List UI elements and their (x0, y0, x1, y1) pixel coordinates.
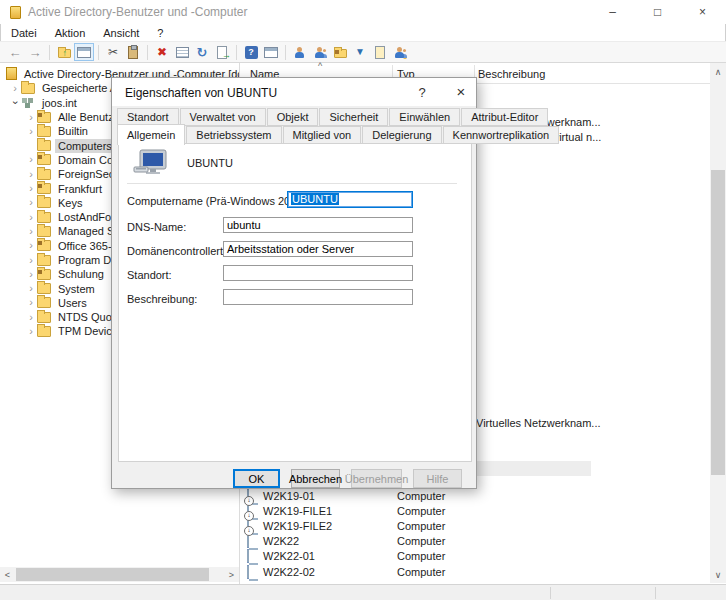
menu-datei[interactable]: Datei (2, 26, 46, 40)
close-button[interactable]: × (680, 0, 725, 24)
chevron-right-icon[interactable]: › (25, 126, 37, 137)
chevron-right-icon[interactable]: › (25, 112, 37, 123)
field-label-standort: Standort: (127, 269, 172, 281)
tab-delegierung[interactable]: Delegierung (362, 126, 441, 144)
chevron-right-icon[interactable]: › (25, 212, 37, 223)
tab-sicherheit[interactable]: Sicherheit (319, 108, 388, 126)
toolbar-separator (147, 45, 148, 60)
scroll-left-arrow[interactable]: < (0, 567, 15, 582)
table-row[interactable]: W2K22-02 Computer (240, 565, 710, 580)
chevron-right-icon[interactable]: › (25, 154, 37, 165)
query-button[interactable] (370, 43, 390, 61)
tab-mitglied-von[interactable]: Mitglied von (283, 126, 362, 144)
filter-button[interactable]: ▼ (350, 43, 370, 61)
create-ou-icon (334, 49, 347, 58)
selected-row-highlight[interactable] (477, 461, 591, 476)
show-console-tree-button[interactable] (74, 43, 94, 61)
table-row[interactable]: W2K19-FILE1 Computer (240, 504, 710, 519)
table-row[interactable]: W2K19-01 Computer (240, 489, 710, 504)
table-row[interactable]: W2K19-FILE2 Computer (240, 519, 710, 534)
tab-allgemein[interactable]: Allgemein (117, 124, 185, 145)
back-button[interactable]: ← (5, 43, 25, 61)
refresh-button[interactable]: ↻ (192, 43, 212, 61)
standort-input[interactable] (223, 265, 413, 281)
chevron-right-icon[interactable]: › (25, 326, 37, 337)
ou-folder-icon (37, 112, 51, 123)
export-list-icon: → (217, 46, 227, 59)
tree-horizontal-scrollbar[interactable]: < > (0, 567, 239, 582)
folder-icon (37, 212, 51, 223)
create-ou-button[interactable] (330, 43, 350, 61)
column-header-beschreibung[interactable]: Beschreibung (478, 68, 545, 80)
tab-attribut-editor[interactable]: Attribut-Editor (461, 108, 548, 126)
dialog-help-button[interactable]: ? (414, 85, 430, 100)
create-user-button[interactable] (290, 43, 310, 61)
beschreibung-input[interactable] (223, 289, 413, 305)
scrollbar-thumb[interactable] (16, 568, 209, 581)
dialog-close-button[interactable]: × (452, 83, 470, 100)
scroll-right-arrow[interactable]: > (224, 567, 239, 582)
computername-input[interactable]: UBUNTU (287, 191, 413, 208)
scrollbar-thumb[interactable] (711, 170, 725, 475)
console-tree-icon (77, 47, 91, 58)
help-button[interactable]: ? (241, 43, 261, 61)
create-user-icon (294, 46, 306, 59)
chevron-right-icon[interactable]: › (25, 283, 37, 294)
dialog-object-name: UBUNTU (187, 157, 233, 169)
tree-item-label: joos.int (39, 96, 80, 110)
chevron-expanded-icon[interactable]: › (10, 97, 21, 109)
export-list-button[interactable]: → (212, 43, 232, 61)
row-type: Computer (397, 566, 445, 578)
tab-einwaehlen[interactable]: Einwählen (389, 108, 460, 126)
tab-kennwortreplikation[interactable]: Kennwortreplikation (443, 126, 560, 144)
table-row[interactable]: W2K22-01 Computer (240, 549, 710, 564)
row-name: W2K22-01 (263, 550, 315, 562)
dc-typ-input[interactable]: Arbeitsstation oder Server (223, 241, 413, 257)
minimize-button[interactable]: – (590, 0, 635, 24)
list-vertical-scrollbar[interactable]: ∧ ∨ (710, 63, 726, 583)
dns-name-input[interactable]: ubuntu (223, 217, 413, 233)
ou-folder-icon (37, 183, 51, 194)
create-group-button[interactable] (310, 43, 330, 61)
scissors-icon: ✂ (108, 46, 118, 58)
row-type: Computer (397, 505, 445, 517)
paste-button[interactable] (123, 43, 143, 61)
delegation-button[interactable] (390, 43, 410, 61)
row-name: W2K19-01 (263, 490, 315, 502)
chevron-right-icon[interactable]: › (25, 197, 37, 208)
cut-button[interactable]: ✂ (103, 43, 123, 61)
help-button-dialog[interactable]: Hilfe (413, 469, 462, 488)
computer-icon (247, 565, 249, 579)
cancel-button[interactable]: Abbrechen (291, 469, 340, 488)
up-one-level-button[interactable]: ↑ (54, 43, 74, 61)
computer-disabled-icon (247, 489, 249, 503)
folder-up-icon: ↑ (58, 49, 71, 58)
chevron-right-icon[interactable]: › (25, 226, 37, 237)
chevron-right-icon[interactable]: › (25, 269, 37, 280)
scroll-up-arrow[interactable]: ∧ (710, 63, 726, 80)
tab-verwaltet-von[interactable]: Verwaltet von (180, 108, 266, 126)
new-window-button[interactable] (261, 43, 281, 61)
apply-button[interactable]: Übernehmen (351, 469, 402, 488)
chevron-right-icon[interactable]: › (9, 83, 21, 94)
console-root-icon (6, 67, 17, 80)
chevron-right-icon[interactable]: › (25, 297, 37, 308)
chevron-right-icon[interactable]: › (25, 240, 37, 251)
delete-button[interactable]: ✖ (152, 43, 172, 61)
menu-hilfe[interactable]: ? (148, 26, 172, 40)
table-row[interactable]: W2K22 Computer (240, 534, 710, 549)
scroll-down-arrow[interactable]: ∨ (710, 566, 726, 583)
tab-objekt[interactable]: Objekt (267, 108, 319, 126)
forward-button[interactable]: → (25, 43, 45, 61)
tab-betriebssystem[interactable]: Betriebssystem (186, 126, 281, 144)
chevron-right-icon[interactable]: › (25, 255, 37, 266)
ok-button[interactable]: OK (233, 469, 280, 488)
menu-aktion[interactable]: Aktion (46, 26, 95, 40)
maximize-button[interactable]: □ (635, 0, 680, 24)
menu-ansicht[interactable]: Ansicht (94, 26, 148, 40)
chevron-right-icon[interactable]: › (25, 183, 37, 194)
field-label-beschreibung: Beschreibung: (127, 293, 197, 305)
chevron-right-icon[interactable]: › (25, 312, 37, 323)
properties-button[interactable] (172, 43, 192, 61)
chevron-right-icon[interactable]: › (25, 169, 37, 180)
